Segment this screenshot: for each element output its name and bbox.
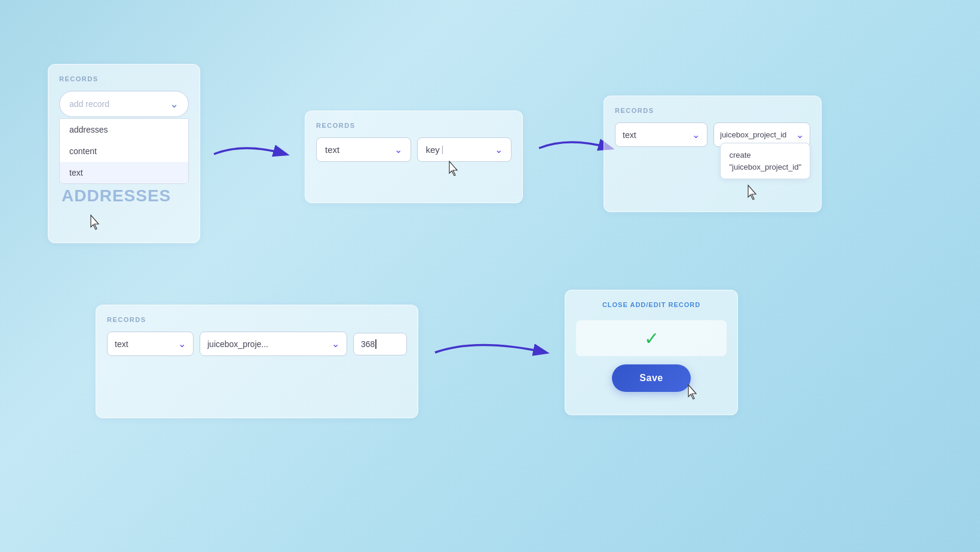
chevron-down-icon: ⌄ xyxy=(170,97,179,111)
menu-item-content[interactable]: content xyxy=(60,140,188,162)
panel3-field-type-dropdown[interactable]: text ⌄ xyxy=(615,122,708,147)
panel4-juicebox-dropdown[interactable]: juicebox_proje... ⌄ xyxy=(200,332,347,356)
panel4-field-type-chevron: ⌄ xyxy=(178,338,186,349)
panel3-field-type-value: text xyxy=(623,130,636,140)
panel-records-value: RECORDS text ⌄ juicebox_proje... ⌄ 368 xyxy=(96,305,418,418)
panel4-row: text ⌄ juicebox_proje... ⌄ 368 xyxy=(107,332,407,356)
field-key-chevron: ⌄ xyxy=(495,144,503,155)
panel5-title: CLOSE ADD/EDIT RECORD xyxy=(602,301,700,308)
field-type-chevron: ⌄ xyxy=(394,144,402,155)
add-record-label: add record xyxy=(69,99,109,109)
arrow-3 xyxy=(429,332,555,373)
panel-close-add-edit: CLOSE ADD/EDIT RECORD ✓ Save xyxy=(565,290,738,415)
panel3-title: RECORDS xyxy=(615,107,810,114)
panel2-title: RECORDS xyxy=(316,122,512,129)
field-type-value: text xyxy=(325,145,339,155)
cursor-indicator: ▏ xyxy=(442,146,448,154)
checkmark-icon: ✓ xyxy=(644,328,659,349)
panel-records-dropdown: RECORDS add record ⌄ addresses content t… xyxy=(48,64,200,243)
panel1-title: RECORDS xyxy=(59,75,189,82)
text-cursor xyxy=(375,339,376,349)
panel4-value-input[interactable]: 368 xyxy=(353,333,407,355)
save-button[interactable]: Save xyxy=(612,364,690,392)
panel4-juicebox-value: juicebox_proje... xyxy=(207,339,268,349)
add-record-button[interactable]: add record ⌄ xyxy=(59,91,189,117)
panel2-row: text ⌄ key ▏ ⌄ xyxy=(316,137,512,162)
create-tooltip: create "juicebox_project_id" xyxy=(720,143,810,179)
check-area: ✓ xyxy=(576,320,727,356)
arrow-1 xyxy=(208,136,295,172)
panel3-juicebox-value: juicebox_project_id xyxy=(720,130,786,139)
panel4-title: RECORDS xyxy=(107,316,407,323)
panel4-value-text: 368 xyxy=(361,339,375,349)
menu-item-text[interactable]: text xyxy=(60,162,188,183)
tooltip-line1: create xyxy=(729,149,801,161)
field-type-dropdown[interactable]: text ⌄ xyxy=(316,137,411,162)
record-type-menu: addresses content text xyxy=(59,118,189,184)
panel4-juicebox-chevron: ⌄ xyxy=(332,338,339,349)
panel-records-juicebox: RECORDS text ⌄ juicebox_project_id ⌄ cre… xyxy=(604,96,822,212)
field-key-value: key xyxy=(426,145,440,155)
panel3-juicebox-chevron: ⌄ xyxy=(796,129,804,140)
menu-item-addresses[interactable]: addresses xyxy=(60,119,188,140)
field-key-dropdown[interactable]: key ▏ ⌄ xyxy=(417,137,512,162)
panel4-field-type-value: text xyxy=(115,339,128,349)
panel3-field-type-chevron: ⌄ xyxy=(692,129,700,140)
panel-records-fields: RECORDS text ⌄ key ▏ ⌄ xyxy=(305,111,523,203)
panel4-field-type-dropdown[interactable]: text ⌄ xyxy=(107,332,194,356)
addresses-label: ADDRESSES xyxy=(59,186,189,206)
tooltip-line2: "juicebox_project_id" xyxy=(729,161,801,173)
